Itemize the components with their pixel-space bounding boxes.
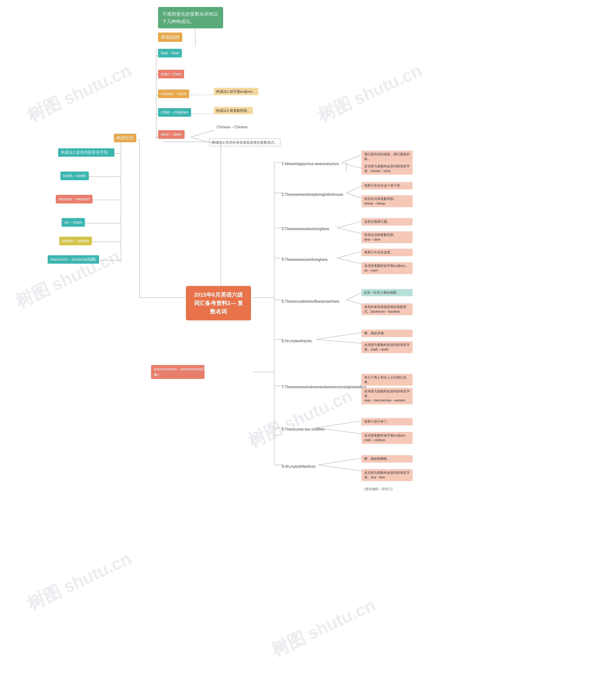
node-sentence-7: 7.Thereareseveralmenandwomencomingtoward…: [279, 383, 358, 391]
node-chinese: Chinese→Chinese: [214, 123, 250, 131]
svg-line-45: [337, 258, 365, 264]
node-man: man→men: [158, 70, 184, 78]
svg-line-44: [337, 251, 365, 258]
node-sentence-6: 6.Ah,myteethache.: [279, 337, 315, 345]
node-s6-ann2: 名词变为复数时改变内部母音字母。tooth→teeth: [361, 341, 413, 353]
svg-line-42: [337, 220, 365, 228]
watermark-2: 树图 shutu.cn: [314, 59, 426, 128]
node-child-annotation: 构成法3:单复数同形。: [214, 107, 253, 114]
svg-line-54: [318, 457, 365, 465]
svg-line-43: [337, 228, 365, 234]
node-s7-ann1: 有几个男人和女人正向我们走来。: [361, 374, 413, 386]
node-foot: foot→feet: [158, 49, 182, 57]
node-sentence-2: 2.Therearetwosheeplivinginthishouse.: [279, 191, 347, 199]
node-s9-ann1: 啊，我的两脚疼。: [361, 455, 413, 463]
node-child: child→children: [158, 108, 191, 117]
watermark-3: 树图 shutu.cn: [12, 245, 124, 314]
node-sheep: sheep→sheep: [59, 237, 92, 245]
node-s2-ann1: 有两只羊住在这个房子里。: [361, 182, 413, 190]
node-top-description: 不规则变化的复数名词有以下几种构成法。: [158, 7, 223, 28]
node-s1-ann2: 名词变为复数时改变内部母音字母。mouse→mice: [361, 163, 413, 175]
mindmap: 树图 shutu.cn 树图 shutu.cn 树图 shutu.cn 树图 s…: [0, 0, 595, 700]
node-center: 2015年6月英语六级词汇备考资料2— 复数名词: [186, 286, 251, 320]
node-s2-ann2: 有些名词单复数同形。sheep→sheep: [361, 195, 413, 207]
node-s4-ann2: 名词变复数时加字尾en或ren。ox→oxen: [361, 262, 413, 274]
node-s5-ann2: 有些外来语保留原来的复数形式。bacterium→bacteria: [361, 303, 413, 315]
node-sentence-5: 5.Theremustbelotsofbacteriainhere.: [279, 298, 343, 306]
svg-line-55: [318, 465, 365, 472]
node-mouse-annotation: 构成法2:加字尾en或ren。: [214, 88, 258, 95]
svg-line-48: [316, 332, 365, 339]
watermark-6: 树图 shutu.cn: [267, 593, 379, 662]
node-sentence-1: 1.Wearehappymice,weareverynice.: [279, 160, 343, 168]
node-s5-ann1: 这里一定有大量的细菌。: [361, 289, 413, 296]
node-sentence-9: 9.Ah,mybothfeethurt.: [279, 463, 319, 471]
node-tooth: tooth→teeth: [60, 172, 89, 180]
node-woman: woman→women: [56, 195, 92, 203]
node-sentence-4: 4.Therearetwoxenlivinghere.: [279, 256, 332, 263]
node-fa4: 构成法4:有些外来语保留原来的复数形式。: [209, 138, 281, 146]
node-sentence-8: 8.Therecome two children.: [279, 425, 329, 433]
node-structure: 构成方式: [114, 134, 136, 142]
node-s9-ann2: 名词变为复数时改变内部母音字母。foot→feet: [361, 469, 413, 481]
node-phenomenon: phenomenon→phenomena(现象): [151, 365, 204, 379]
node-s3-ann1: 这里住着两只鹿。: [361, 218, 413, 225]
node-fa1: 构成法1:改变内部母音字母。: [58, 148, 114, 157]
node-deer: deer→deer: [158, 130, 185, 139]
connection-lines: [0, 0, 595, 700]
node-mouse: mouse→mice: [158, 89, 189, 98]
watermark-4: 树图 shutu.cn: [244, 384, 356, 453]
node-credit: (责任编辑：田学江): [361, 485, 395, 493]
node-s3-ann2: 有些名词单复数同形。deer→deer: [361, 231, 413, 243]
watermark-1: 树图 shutu.cn: [24, 59, 135, 128]
node-sentence-3: 3.Therearetwodeerlivinghere.: [279, 225, 333, 233]
svg-line-12: [191, 130, 214, 137]
node-ox: ox→oxen: [62, 218, 85, 227]
node-s8-ann1: 有两个孩子来了。: [361, 418, 413, 425]
node-s1-ann1: 我们是快乐的老鼠，我们都是好鼠。: [361, 151, 413, 163]
node-s8-ann2: 名词变复数时加字尾en或ren。child→children: [361, 432, 413, 444]
node-s7-ann2: 名词变为复数时改变内部母音字母。man→men;woman→women: [361, 388, 413, 404]
node-bacterium: bacterium→bacteria(细菌): [48, 255, 99, 263]
node-s6-ann1: 啊，我的牙痛。: [361, 330, 413, 337]
svg-line-49: [316, 339, 365, 344]
node-s4-ann1: 有两只牛住在这里。: [361, 249, 413, 256]
watermark-5: 树图 shutu.cn: [24, 547, 135, 616]
node-example-heading: 举例说明: [158, 32, 182, 42]
